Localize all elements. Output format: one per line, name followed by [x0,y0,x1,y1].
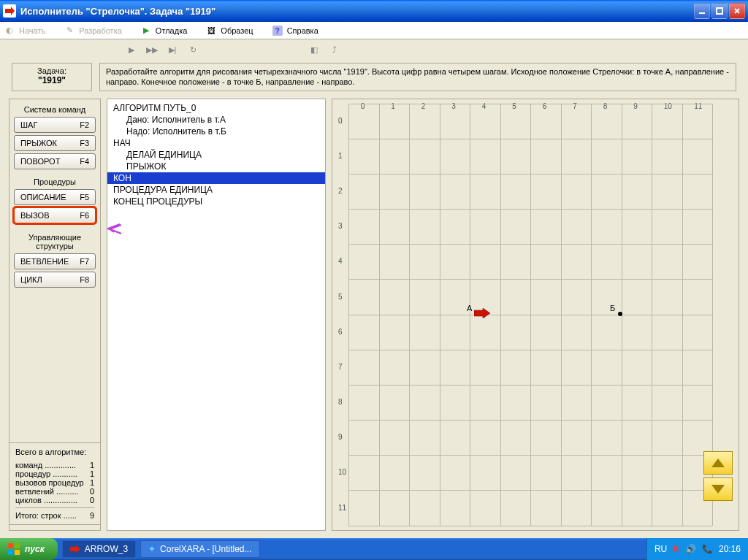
taskbar: пуск ARROW_3 ✦ CorelXARA - [Untitled... … [0,538,748,560]
code-line[interactable]: Надо: Исполнитель в т.Б [107,126,325,137]
loop-button[interactable]: ↻ [186,42,200,57]
fastforward-button[interactable]: ▶▶ [145,42,159,57]
svg-marker-3 [474,308,490,318]
stats-row: процедур ...........1 [15,469,94,478]
drawing-canvas[interactable]: 0123456789101101234567891011 А Б [348,104,712,526]
code-line[interactable]: ПРЫЖОК [107,161,325,172]
cmd-call[interactable]: ВЫЗОВF6 [14,207,96,223]
tray-icon[interactable]: K [673,544,679,554]
svg-marker-0 [5,7,15,15]
help-icon: ? [272,26,283,36]
point-b-marker [617,311,623,317]
menu-help[interactable]: ?Справка [272,26,318,36]
group2-title: Процедуры [34,177,76,186]
code-line[interactable]: АЛГОРИТМ ПУТЬ_0 [107,102,325,114]
tool-a-button[interactable]: ◧ [307,42,321,57]
menu-develop: ✎Разработка [64,26,122,36]
grid-panel: 0123456789101101234567891011 А Б [332,99,739,531]
stats-panel: Всего в алгоритме: команд ..............… [9,442,101,525]
svg-rect-9 [8,550,13,555]
nav-up-button[interactable] [703,451,733,475]
play-icon: ▶ [141,26,151,36]
menu-sample[interactable]: 🖼Образец [206,26,253,36]
taskbar-task-arrow[interactable]: ARROW_3 [62,540,136,558]
svg-marker-5 [711,459,725,467]
app-icon [3,4,16,18]
svg-rect-7 [8,543,13,548]
tool-b-button[interactable]: ⤴ [327,42,342,57]
stats-row: ветвлений ..........0 [15,487,94,496]
maximize-button[interactable] [711,3,728,19]
menu-start: ◐Начать [4,26,45,36]
arrow-icon [70,545,80,553]
svg-rect-2 [717,8,722,14]
cmd-turn[interactable]: ПОВОРОТF4 [14,153,96,169]
taskbar-task-corel[interactable]: ✦ CorelXARA - [Untitled... [140,540,259,558]
code-line[interactable]: ПРОЦЕДУРА ЕДИНИЦА [107,184,325,196]
cmd-branch[interactable]: ВЕТВЛЕНИЕF7 [14,253,96,269]
system-tray[interactable]: RU K 🔊 📞 20:16 [646,538,748,560]
stats-title: Всего в алгоритме: [15,448,94,456]
window-title: Исполнитель "Стрелочка". Задача "1919" [20,6,694,17]
group1-title: Система команд [24,105,86,114]
skip-button[interactable]: ▶| [165,42,180,57]
title-bar: Исполнитель "Стрелочка". Задача "1919" [0,0,748,22]
play-button[interactable]: ▶ [124,42,139,57]
code-line[interactable]: ДЕЛАЙ ЕДИНИЦА [107,149,325,161]
corel-icon: ✦ [148,544,156,554]
svg-point-4 [618,312,622,316]
svg-rect-10 [15,550,20,555]
clock[interactable]: 20:16 [719,544,741,554]
tray-icon[interactable]: 🔊 [685,544,696,554]
cmd-jump[interactable]: ПРЫЖОКF3 [14,135,96,151]
start-button[interactable]: пуск [0,538,58,560]
stats-row: вызовов процедур 1 [15,478,94,487]
menu-bar: ◐Начать ✎Разработка ▶Отладка 🖼Образец ?С… [0,22,748,39]
windows-logo-icon [7,542,20,556]
minimize-button[interactable] [694,3,710,19]
group3-title: Управляющие структуры [13,233,96,250]
code-line[interactable]: Дано: Исполнитель в т.А [107,114,325,126]
cmd-step[interactable]: ШАГF2 [14,117,96,133]
tray-icon[interactable]: 📞 [702,544,713,554]
svg-rect-8 [15,543,20,548]
task-row: Задача: "1919" Разработайте алгоритм для… [0,60,748,99]
svg-marker-6 [711,485,725,494]
task-id-box: Задача: "1919" [12,63,92,91]
hint-arrow-icon [105,222,123,237]
menu-debug[interactable]: ▶Отладка [141,26,187,36]
code-line-selected[interactable]: КОН [107,172,325,184]
edit-icon: ✎ [64,26,75,36]
svg-marker-11 [70,545,80,553]
point-a-label: А [467,304,472,312]
point-b-label: Б [610,304,615,312]
arrow-cursor-icon [474,308,492,318]
stats-row: команд ..............1 [15,461,94,469]
picture-icon: 🖼 [206,26,216,36]
sphere-icon: ◐ [4,26,15,36]
cmd-describe[interactable]: ОПИСАНИЕF5 [14,189,96,205]
code-line[interactable]: НАЧ [107,137,325,149]
nav-down-button[interactable] [703,477,733,501]
close-button[interactable] [729,3,745,19]
stats-total: Итого: строк ......9 [15,511,94,520]
svg-rect-1 [699,12,705,14]
cmd-loop[interactable]: ЦИКЛF8 [14,272,96,288]
task-text: Разработайте алгоритм для рисования четы… [99,63,736,91]
code-editor[interactable]: АЛГОРИТМ ПУТЬ_0 Дано: Исполнитель в т.А … [107,99,326,531]
lang-indicator[interactable]: RU [654,544,667,554]
stats-row: циклов ...............0 [15,496,94,505]
code-line[interactable]: КОНЕЦ ПРОЦЕДУРЫ [107,196,325,207]
toolbar-secondary: ▶ ▶▶ ▶| ↻ ◧ ⤴ [0,39,748,60]
